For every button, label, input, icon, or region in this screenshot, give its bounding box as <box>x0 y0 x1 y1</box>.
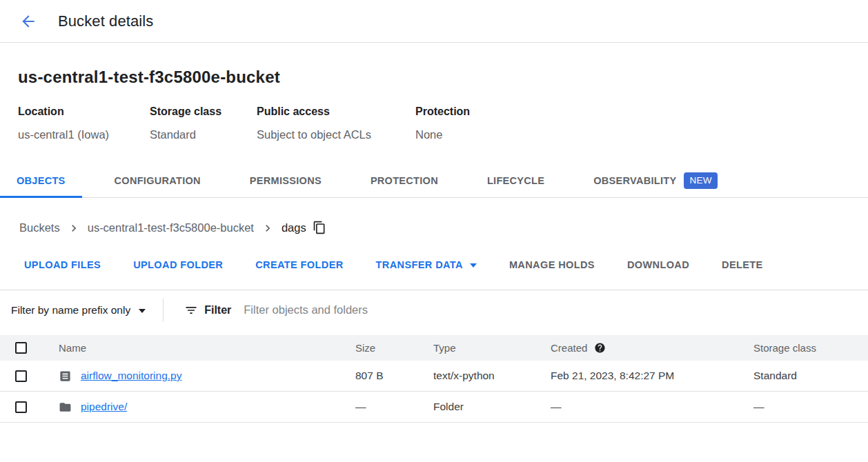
tab-configuration-label: CONFIGURATION <box>115 175 201 186</box>
bucket-summary: us-central1-test-f3c5800e-bucket Locatio… <box>0 43 868 141</box>
object-link[interactable]: airflow_monitoring.py <box>81 370 181 382</box>
cell-created: — <box>551 401 753 413</box>
table-header-row: Name Size Type Created Storage class <box>0 335 868 361</box>
cell-storage-class: Standard <box>753 370 868 382</box>
tab-objects-label: OBJECTS <box>17 175 66 186</box>
download-label: DOWNLOAD <box>627 259 689 270</box>
tab-bar: OBJECTS CONFIGURATION PERMISSIONS PROTEC… <box>0 164 868 198</box>
meta-value-location: us-central1 (Iowa) <box>18 128 150 141</box>
row-checkbox[interactable] <box>15 370 27 382</box>
breadcrumb: Buckets us-central1-test-f3c5800e-bucket… <box>0 198 868 235</box>
column-header-size: Size <box>355 342 433 354</box>
filter-row: Filter by name prefix only Filter <box>0 290 868 330</box>
column-header-name: Name <box>59 342 355 354</box>
page-header: Bucket details <box>0 0 868 43</box>
new-badge: NEW <box>684 172 717 189</box>
transfer-data-label: TRANSFER DATA <box>376 259 463 270</box>
column-header-type: Type <box>433 342 551 354</box>
upload-files-button[interactable]: UPLOAD FILES <box>24 259 101 270</box>
chevron-right-icon <box>67 221 81 235</box>
upload-folder-button[interactable]: UPLOAD FOLDER <box>133 259 223 270</box>
folder-icon <box>59 401 72 414</box>
chevron-down-icon <box>470 263 477 268</box>
cell-type: Folder <box>433 401 551 413</box>
meta-label-storage-class: Storage class <box>150 106 257 118</box>
tab-observability[interactable]: OBSERVABILITY NEW <box>577 164 734 197</box>
help-icon[interactable] <box>594 342 606 354</box>
upload-files-label: UPLOAD FILES <box>24 259 101 270</box>
row-checkbox[interactable] <box>15 401 27 413</box>
filter-scope-label: Filter by name prefix only <box>11 304 130 317</box>
tab-lifecycle[interactable]: LIFECYCLE <box>471 164 561 197</box>
delete-label: DELETE <box>722 259 763 270</box>
breadcrumb-current-folder: dags <box>282 221 306 234</box>
meta-label-protection: Protection <box>415 106 470 118</box>
filter-scope-dropdown[interactable]: Filter by name prefix only <box>11 304 146 317</box>
copy-icon[interactable] <box>313 221 326 234</box>
delete-button[interactable]: DELETE <box>722 259 763 270</box>
column-header-created: Created <box>551 342 587 354</box>
back-arrow-icon[interactable] <box>19 12 37 30</box>
vertical-divider <box>163 299 164 322</box>
select-all-checkbox[interactable] <box>15 342 27 354</box>
cell-size: — <box>355 401 433 413</box>
meta-value-storage-class: Standard <box>150 128 257 141</box>
column-header-storage-class: Storage class <box>753 342 868 354</box>
file-icon <box>59 370 72 383</box>
tab-permissions-label: PERMISSIONS <box>250 175 322 186</box>
chevron-right-icon <box>261 221 275 235</box>
bucket-meta: Location us-central1 (Iowa) Storage clas… <box>18 106 868 141</box>
cell-created: Feb 21, 2023, 8:42:27 PM <box>551 370 753 382</box>
objects-table: Name Size Type Created Storage class air… <box>0 335 868 423</box>
transfer-data-button[interactable]: TRANSFER DATA <box>376 259 477 270</box>
cell-type: text/x-python <box>433 370 551 382</box>
breadcrumb-buckets[interactable]: Buckets <box>19 221 60 234</box>
tab-protection[interactable]: PROTECTION <box>354 164 455 197</box>
download-button[interactable]: DOWNLOAD <box>627 259 689 270</box>
meta-value-protection: None <box>415 128 470 141</box>
cell-size: 807 B <box>355 370 433 382</box>
breadcrumb-bucket-name[interactable]: us-central1-test-f3c5800e-bucket <box>88 221 254 234</box>
manage-holds-label: MANAGE HOLDS <box>509 259 595 270</box>
meta-label-public-access: Public access <box>257 106 415 118</box>
tab-lifecycle-label: LIFECYCLE <box>487 175 544 186</box>
object-action-bar: UPLOAD FILES UPLOAD FOLDER CREATE FOLDER… <box>0 252 868 278</box>
folder-link[interactable]: pipedrive/ <box>81 401 127 413</box>
chevron-down-icon <box>139 309 146 313</box>
page-title: Bucket details <box>58 12 153 30</box>
bucket-name: us-central1-test-f3c5800e-bucket <box>18 68 868 87</box>
tab-objects[interactable]: OBJECTS <box>0 164 82 197</box>
filter-label: Filter <box>204 304 231 317</box>
manage-holds-button[interactable]: MANAGE HOLDS <box>509 259 595 270</box>
upload-folder-label: UPLOAD FOLDER <box>133 259 223 270</box>
tab-permissions[interactable]: PERMISSIONS <box>233 164 338 197</box>
meta-value-public-access: Subject to object ACLs <box>257 128 415 141</box>
table-row: airflow_monitoring.py 807 B text/x-pytho… <box>0 361 868 392</box>
meta-label-location: Location <box>18 106 150 118</box>
create-folder-label: CREATE FOLDER <box>255 259 343 270</box>
create-folder-button[interactable]: CREATE FOLDER <box>255 259 343 270</box>
tab-observability-label: OBSERVABILITY <box>593 175 676 186</box>
cell-storage-class: — <box>753 401 868 413</box>
tab-protection-label: PROTECTION <box>371 175 438 186</box>
table-row: pipedrive/ — Folder — — <box>0 392 868 423</box>
filter-icon <box>184 303 198 317</box>
tab-configuration[interactable]: CONFIGURATION <box>98 164 217 197</box>
filter-input[interactable] <box>244 303 589 317</box>
